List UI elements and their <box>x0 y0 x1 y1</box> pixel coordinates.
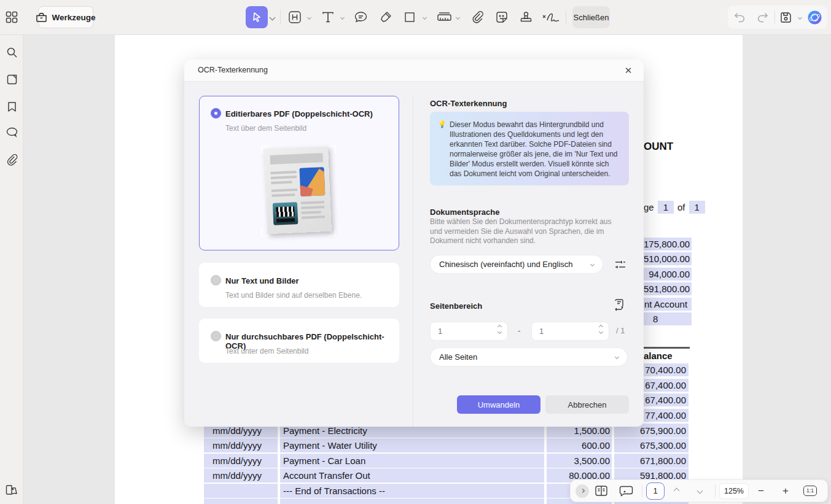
zoom-level-box[interactable]: 125% <box>719 483 749 499</box>
option-editable-pdf[interactable]: Editierbares PDF (Doppelschicht-OCR) Tex… <box>199 96 399 250</box>
option-label: Editierbares PDF (Doppelschicht-OCR) <box>225 109 373 118</box>
signature-tool-icon[interactable] <box>540 9 561 26</box>
cell-balance: 671,800.00 <box>614 454 689 468</box>
annotation-bubble-icon[interactable] <box>614 480 638 502</box>
search-icon[interactable] <box>4 45 19 60</box>
edit-text-tool-icon[interactable] <box>286 9 303 26</box>
page-to-stepper[interactable] <box>531 322 609 341</box>
werkzeuge-button[interactable]: Werkzeuge <box>38 6 93 28</box>
stepper-up-icon[interactable] <box>497 325 502 329</box>
cell-date <box>204 484 278 498</box>
page-from-stepper[interactable] <box>430 322 508 341</box>
pages-scope-chevron-icon <box>615 355 619 359</box>
topbar-right-group <box>728 6 827 29</box>
preview-paper <box>264 147 332 234</box>
radio-unselected-icon[interactable] <box>211 275 221 285</box>
cell-amount: 600.00 <box>547 438 612 452</box>
ocr-section-heading: OCR-Texterkennung <box>430 99 507 108</box>
ocr-dialog: OCR-Texterkennung ✕ Editierbares PDF (Do… <box>184 60 644 427</box>
doc-table-header-rule <box>644 347 690 349</box>
cancel-button[interactable]: Abbrechen <box>545 395 629 414</box>
doc-page-number: 1 <box>658 201 674 214</box>
doc-balance-value: 77,400.00 <box>644 409 689 422</box>
comments-panel-icon[interactable] <box>4 125 19 139</box>
read-mode-icon[interactable] <box>4 483 19 497</box>
bottom-toolbar: 125% − + 1:1 <box>570 479 828 502</box>
doc-balance-value: 67,400.00 <box>644 379 689 392</box>
schliessen-label: Schließen <box>574 13 609 22</box>
convert-button[interactable]: Umwandeln <box>457 395 540 414</box>
cell-description <box>280 498 544 504</box>
save-icon[interactable] <box>775 6 796 29</box>
app-menu-grid-icon[interactable] <box>5 10 18 24</box>
measure-tool-icon[interactable] <box>435 9 453 26</box>
preview-table-image <box>273 202 298 225</box>
doc-balance-header-fragment: alance <box>644 351 673 361</box>
zoom-out-icon[interactable]: − <box>749 480 773 502</box>
zoom-in-icon[interactable]: + <box>773 480 798 502</box>
page-to-input[interactable] <box>539 323 588 339</box>
language-select-chevron-icon <box>590 262 595 266</box>
edit-tool-chevron-icon[interactable] <box>307 15 311 20</box>
doc-summary-value: 510,000.00 <box>644 252 692 265</box>
attachment-tool-icon[interactable] <box>469 9 486 26</box>
page-number-input[interactable] <box>647 483 664 499</box>
doc-summary-value: 175,800.00 <box>644 238 692 250</box>
previous-page-icon[interactable] <box>665 480 688 502</box>
close-icon[interactable]: ✕ <box>622 64 635 77</box>
stepper-down-icon[interactable] <box>599 330 603 334</box>
pages-scope-select[interactable]: Alle Seiten <box>430 347 628 366</box>
doc-summary-value: 8 <box>644 312 692 325</box>
undo-icon[interactable] <box>728 6 751 29</box>
page-view-icon[interactable] <box>589 480 614 502</box>
cell-description: Account Transfer Out <box>280 468 544 483</box>
comment-tool-icon[interactable] <box>352 9 369 26</box>
attachments-panel-icon[interactable] <box>4 152 19 167</box>
left-sidebar <box>0 0 23 504</box>
next-page-icon[interactable] <box>688 480 711 502</box>
cell-description: --- End of Transactions -- <box>280 484 544 498</box>
dialog-header: OCR-Texterkennung ✕ <box>184 60 644 82</box>
language-settings-icon[interactable] <box>613 257 628 272</box>
radio-selected-icon[interactable] <box>211 108 221 118</box>
page-number-box[interactable] <box>646 483 665 500</box>
highlighter-tool-icon[interactable] <box>377 9 394 26</box>
page-thumbnails-icon[interactable] <box>4 72 19 87</box>
option-searchable-pdf[interactable]: Nur durchsuchbares PDF (Doppelschicht-OC… <box>199 319 399 363</box>
doc-summary-value: nt Account <box>644 298 692 311</box>
language-select-value: Chinesisch (vereinfacht) und Englisch <box>439 260 573 269</box>
radio-unselected-icon[interactable] <box>211 331 221 341</box>
stepper-up-icon[interactable] <box>599 325 603 329</box>
cell-amount: 3,500.00 <box>547 454 612 468</box>
table-row: mm/dd/yyyy Payment - Car Loan 3,500.00 6… <box>204 454 689 468</box>
cell-balance: 675,300.00 <box>614 438 689 452</box>
redo-icon[interactable] <box>751 6 774 29</box>
actual-size-icon[interactable]: 1:1 <box>798 480 822 502</box>
schliessen-button[interactable]: Schließen <box>572 6 610 28</box>
page-range-icon[interactable] <box>612 298 626 312</box>
doc-balance-value: 67,400.00 <box>644 394 689 406</box>
stamp-tool-icon[interactable] <box>517 9 534 26</box>
shape-tool-icon[interactable] <box>401 9 418 26</box>
save-chevron-icon[interactable] <box>798 15 802 19</box>
doc-page-of: of <box>677 202 685 212</box>
measure-tool-chevron-icon[interactable] <box>456 15 460 20</box>
bookmark-icon[interactable] <box>4 99 19 114</box>
range-separator: - <box>518 326 520 335</box>
text-tool-chevron-icon[interactable] <box>340 15 345 20</box>
language-select[interactable]: Chinesisch (vereinfacht) und Englisch <box>430 255 603 274</box>
select-tool-button[interactable] <box>246 6 268 28</box>
option-text-and-images[interactable]: Nur Text und Bilder Text und Bilder sind… <box>199 263 399 307</box>
shape-tool-chevron-icon[interactable] <box>423 15 427 20</box>
ai-assistant-icon[interactable] <box>804 6 825 29</box>
doc-summary-value: 94,000.00 <box>644 268 692 281</box>
werkzeuge-label: Werkzeuge <box>52 13 95 22</box>
page-from-input[interactable] <box>438 323 487 339</box>
stepper-down-icon[interactable] <box>497 330 502 334</box>
expand-toolbar-icon[interactable] <box>575 484 589 498</box>
cell-description: Payment - Water Utility <box>280 438 544 452</box>
cell-date: mm/dd/yyyy <box>204 438 278 452</box>
sticker-tool-icon[interactable] <box>493 9 510 26</box>
select-tool-chevron-icon[interactable] <box>270 15 276 21</box>
add-text-tool-icon[interactable] <box>319 9 337 26</box>
